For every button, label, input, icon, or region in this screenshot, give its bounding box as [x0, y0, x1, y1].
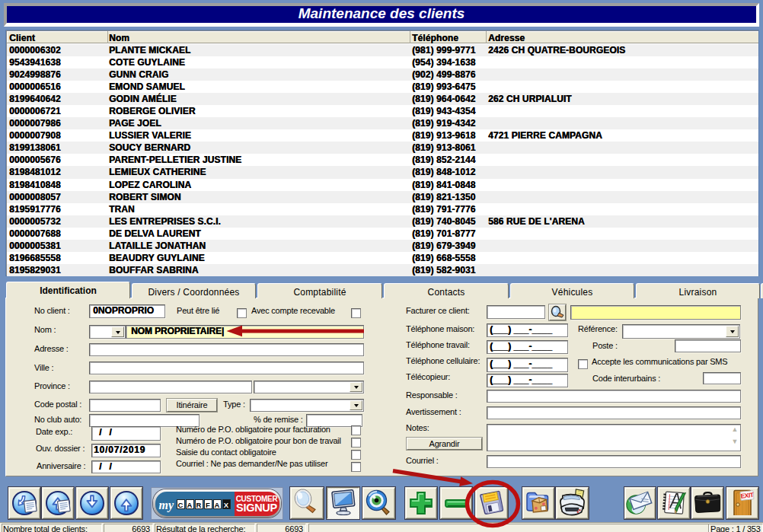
- svg-text:EXIT: EXIT: [740, 491, 755, 500]
